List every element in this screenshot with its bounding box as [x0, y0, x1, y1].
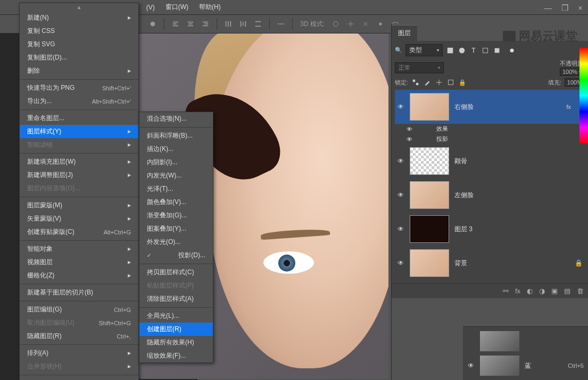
filter-text-icon[interactable]: T	[469, 46, 478, 55]
submenu-item[interactable]: 隐藏所有效果(H)	[139, 336, 213, 349]
fx-badge[interactable]: fx	[566, 104, 571, 110]
layer-thumbnail[interactable]	[410, 181, 449, 209]
group-icon[interactable]: ▣	[551, 287, 558, 295]
layer-thumbnail[interactable]	[410, 147, 449, 175]
visibility-icon[interactable]: 👁	[405, 125, 413, 133]
submenu-item[interactable]: 混合选项(N)...	[139, 112, 213, 125]
fx-icon[interactable]: fx	[515, 287, 520, 295]
link-layers-icon[interactable]: ⚯	[503, 287, 509, 295]
channel-row-blue[interactable]: 👁 蓝 Ctrl+5	[465, 353, 586, 378]
filter-shape-icon[interactable]	[481, 46, 490, 55]
menu-view-suffix[interactable]: (V)	[141, 2, 160, 13]
menu-item[interactable]: 复制 SVG	[20, 38, 138, 51]
menu-scroll-up[interactable]: ▲	[20, 3, 138, 11]
submenu-item[interactable]: 图案叠加(Y)...	[139, 222, 213, 235]
menu-item[interactable]: 导出为...Alt+Shift+Ctrl+'	[20, 95, 138, 108]
menu-item[interactable]: 新建基于图层的切片(B)	[20, 286, 138, 299]
layer-filter-kind[interactable]: 类型▾	[405, 44, 443, 56]
blend-mode-dropdown[interactable]: 正常▾	[395, 62, 444, 73]
dolly-icon[interactable]	[362, 20, 369, 28]
menu-item[interactable]: 新建(N)	[20, 11, 138, 24]
lock-all-icon[interactable]: 🔒	[458, 78, 467, 87]
adjustment-icon[interactable]: ◑	[539, 287, 545, 295]
new-layer-icon[interactable]: ▤	[564, 287, 570, 295]
fx-sub-label[interactable]: 效果	[436, 125, 448, 133]
menu-item[interactable]: 新建填充图层(W)	[20, 155, 138, 168]
submenu-item[interactable]: 全局光(L)...	[139, 309, 213, 323]
menu-item[interactable]: 取消图层编组(U)Shift+Ctrl+G	[20, 316, 138, 330]
channel-row[interactable]	[465, 329, 586, 353]
menu-window[interactable]: 窗口(W)	[160, 1, 194, 14]
align-icon-3[interactable]	[202, 20, 209, 28]
align-icon-2[interactable]	[187, 20, 194, 28]
lock-paint-icon[interactable]	[423, 78, 432, 87]
visibility-icon[interactable]: 👁	[397, 191, 404, 199]
menu-item[interactable]: 删除	[20, 64, 138, 78]
submenu-item[interactable]: 拷贝图层样式(C)	[139, 266, 213, 279]
menu-item[interactable]: 排列(A)	[20, 347, 138, 360]
more-icon[interactable]	[277, 20, 285, 28]
lock-pos-icon[interactable]	[435, 78, 443, 87]
layer-row[interactable]: 👁颧骨	[395, 144, 585, 178]
dist-icon-3[interactable]	[254, 20, 262, 28]
filter-smart-icon[interactable]	[493, 46, 501, 55]
submenu-item[interactable]: 投影(D)...	[139, 249, 213, 262]
submenu-item[interactable]: 颜色叠加(V)...	[139, 196, 213, 209]
submenu-item[interactable]: 斜面和浮雕(B)...	[139, 129, 213, 142]
filter-adjust-icon[interactable]	[458, 46, 466, 55]
dist-icon[interactable]	[225, 20, 232, 28]
submenu-item[interactable]: 粘贴图层样式(P)	[139, 279, 213, 292]
visibility-icon[interactable]: 👁	[397, 103, 404, 111]
submenu-item[interactable]: 创建图层(R)	[139, 323, 213, 336]
filter-toggle-icon[interactable]	[508, 46, 516, 55]
light-icon[interactable]	[377, 20, 384, 28]
submenu-item[interactable]: 外发光(O)...	[139, 235, 213, 249]
menu-item[interactable]: 智能滤镜	[20, 138, 138, 151]
visibility-icon[interactable]: 👁	[467, 362, 475, 369]
layer-row[interactable]: 👁图层 3	[395, 212, 585, 246]
visibility-icon[interactable]: 👁	[405, 136, 413, 143]
submenu-item[interactable]: 内发光(W)...	[139, 169, 213, 182]
color-spectrum[interactable]	[579, 48, 588, 143]
layer-thumbnail[interactable]	[410, 249, 449, 277]
dist-icon-2[interactable]	[239, 20, 247, 28]
menu-item[interactable]: 矢量蒙版(V)	[20, 212, 138, 225]
brush-icon[interactable]	[149, 20, 156, 28]
layer-row[interactable]: 👁右侧脸fx⌄	[395, 90, 585, 124]
menu-item[interactable]: 图层样式(Y)	[20, 125, 138, 138]
fx-dropshadow-label[interactable]: 投影	[436, 135, 448, 143]
lock-artboard-icon[interactable]	[446, 78, 455, 87]
layer-row[interactable]: 👁左侧脸	[395, 178, 585, 212]
orbit-icon[interactable]	[332, 20, 339, 28]
align-icon[interactable]	[172, 20, 179, 28]
submenu-item[interactable]: 渐变叠加(G)...	[139, 209, 213, 222]
visibility-icon[interactable]: 👁	[397, 157, 404, 165]
menu-item[interactable]: 视频图层	[20, 256, 138, 269]
menu-item[interactable]: 图层内容选项(O)...	[20, 182, 138, 195]
visibility-icon[interactable]: 👁	[397, 225, 404, 233]
menu-item[interactable]: 创建剪贴蒙版(C)Alt+Ctrl+G	[20, 225, 138, 239]
menu-item[interactable]: 复制图层(D)...	[20, 51, 138, 64]
menu-item[interactable]: 图层蒙版(M)	[20, 199, 138, 212]
minimize-button[interactable]: —	[544, 3, 552, 13]
submenu-item[interactable]: 光泽(T)...	[139, 182, 213, 196]
layer-row[interactable]: 👁背景🔒	[395, 246, 585, 280]
menu-item[interactable]: 栅格化(Z)	[20, 269, 138, 282]
visibility-icon[interactable]: 👁	[397, 259, 404, 267]
layers-panel-tab[interactable]: 图层	[392, 25, 417, 41]
menu-item[interactable]: 图层编组(G)Ctrl+G	[20, 303, 138, 316]
menu-item[interactable]: 复制 CSS	[20, 24, 138, 38]
mask-icon[interactable]: ◐	[527, 287, 533, 295]
menu-item[interactable]: 隐藏图层(R)Ctrl+,	[20, 330, 138, 343]
layer-thumbnail[interactable]	[410, 93, 449, 121]
pan-icon[interactable]	[347, 20, 354, 28]
submenu-item[interactable]: 缩放效果(F)...	[139, 349, 213, 362]
menu-item[interactable]: 重命名图层...	[20, 112, 138, 125]
close-button[interactable]: ×	[578, 3, 583, 13]
menu-item[interactable]: 新建调整图层(J)	[20, 168, 138, 182]
menu-item[interactable]: 快速导出为 PNGShift+Ctrl+'	[20, 81, 138, 95]
menu-help[interactable]: 帮助(H)	[194, 1, 226, 14]
lock-trans-icon[interactable]	[411, 78, 420, 87]
layer-thumbnail[interactable]	[410, 215, 449, 243]
submenu-item[interactable]: 内阴影(I)...	[139, 156, 213, 169]
